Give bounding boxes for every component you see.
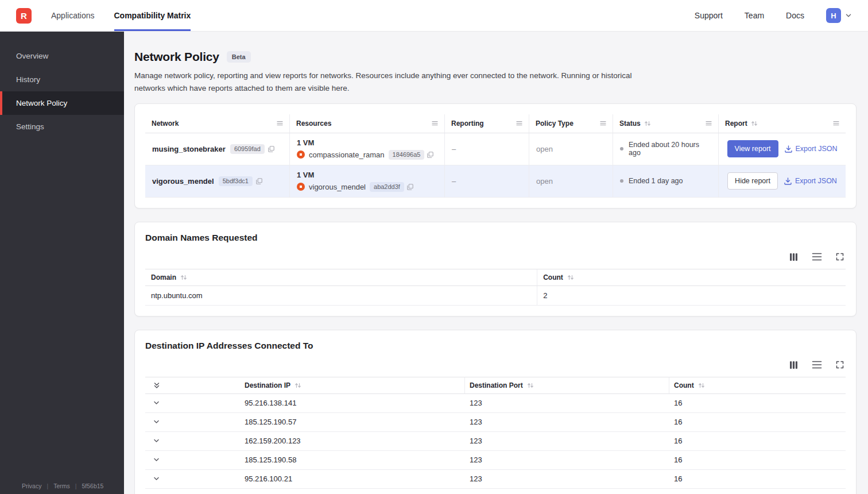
- chevron-down-icon[interactable]: [845, 12, 852, 19]
- sort-icon[interactable]: [180, 274, 187, 281]
- column-header-destination-ip[interactable]: Destination IP: [240, 377, 465, 394]
- chevron-down-icon[interactable]: [153, 399, 160, 407]
- column-menu-icon[interactable]: [276, 119, 284, 127]
- sidebar-footer: Privacy | Terms | 5f56b15: [0, 483, 124, 489]
- column-menu-icon[interactable]: [832, 119, 840, 127]
- destinations-table: Destination IP Destination Port Count 95…: [145, 377, 846, 489]
- row-density-icon[interactable]: [812, 252, 822, 261]
- table-toolbar: [145, 252, 844, 262]
- resources-cell: 1 VM vigorous_mendel aba2dd3f: [290, 165, 445, 198]
- destination-ip-cell: 185.125.190.57: [240, 413, 465, 432]
- sort-icon[interactable]: [527, 382, 534, 389]
- resource-name: vigorous_mendel: [309, 183, 366, 191]
- main-content: Network Policy Beta Manage network polic…: [124, 32, 868, 494]
- chevron-down-icon[interactable]: [153, 418, 160, 426]
- status-cell: Ended 1 day ago: [613, 165, 719, 198]
- status-cell: Ended about 20 hours ago: [613, 133, 719, 165]
- status-text: Ended about 20 hours ago: [629, 141, 711, 157]
- primary-tabs: Applications Compatibility Matrix: [51, 0, 191, 31]
- column-header-count[interactable]: Count: [669, 377, 846, 394]
- sort-icon[interactable]: [698, 382, 705, 389]
- report-cell: View report Export JSON: [719, 133, 846, 165]
- domains-table: Domain Count ntp.ubuntu.com 2: [145, 269, 846, 306]
- copy-icon[interactable]: [427, 151, 434, 159]
- terms-link[interactable]: Terms: [53, 483, 70, 489]
- reporting-cell: –: [445, 133, 529, 165]
- column-header-resources[interactable]: Resources: [290, 114, 445, 133]
- fullscreen-icon[interactable]: [835, 252, 844, 261]
- footer-separator: |: [75, 483, 77, 489]
- destination-port-cell: 123: [465, 470, 669, 489]
- copy-icon[interactable]: [268, 145, 275, 153]
- column-header-reporting[interactable]: Reporting: [445, 114, 529, 133]
- row-expand-cell: [145, 451, 240, 470]
- nav-link-docs[interactable]: Docs: [786, 11, 804, 20]
- sort-icon[interactable]: [751, 120, 758, 127]
- user-menu[interactable]: H: [826, 8, 852, 23]
- network-name: vigorous_mendel: [152, 177, 214, 186]
- report-cell: Hide report Export JSON: [719, 165, 846, 198]
- count-cell: 16: [669, 470, 846, 489]
- network-id-badge: 60959fad: [230, 144, 265, 154]
- count-cell: 2: [537, 286, 846, 306]
- table-toolbar: [145, 360, 844, 370]
- columns-settings-icon[interactable]: [789, 252, 799, 262]
- nav-link-team[interactable]: Team: [745, 11, 764, 20]
- sort-icon[interactable]: [567, 274, 574, 281]
- policy-type-cell: open: [529, 165, 613, 198]
- column-menu-icon[interactable]: [599, 119, 607, 127]
- privacy-link[interactable]: Privacy: [22, 483, 41, 489]
- column-menu-icon[interactable]: [431, 119, 439, 127]
- destination-port-cell: 123: [465, 394, 669, 413]
- hide-report-button[interactable]: Hide report: [727, 172, 778, 190]
- page-description: Manage network policy, reporting and vie…: [134, 70, 645, 95]
- column-header-network[interactable]: Network: [145, 114, 290, 133]
- sidebar-item-settings[interactable]: Settings: [0, 115, 124, 138]
- app-logo[interactable]: R: [16, 8, 32, 24]
- networks-card: Network Resources Reporting Policy Type: [134, 103, 857, 209]
- column-header-report[interactable]: Report: [719, 114, 846, 133]
- beta-badge: Beta: [227, 51, 251, 63]
- view-report-button[interactable]: View report: [727, 140, 778, 157]
- status-dot: [620, 147, 623, 150]
- fullscreen-icon[interactable]: [835, 360, 844, 369]
- column-header-count[interactable]: Count: [537, 269, 846, 286]
- copy-icon[interactable]: [406, 183, 414, 191]
- copy-icon[interactable]: [255, 177, 263, 185]
- chevron-down-icon[interactable]: [153, 475, 160, 483]
- sort-icon[interactable]: [294, 382, 301, 389]
- resource-id-badge: 184696a5: [389, 150, 425, 160]
- column-header-expand-all[interactable]: [145, 377, 240, 394]
- network-cell: musing_stonebraker 60959fad: [145, 133, 290, 165]
- tab-applications[interactable]: Applications: [51, 0, 95, 31]
- column-header-policy-type[interactable]: Policy Type: [529, 114, 613, 133]
- row-density-icon[interactable]: [812, 360, 822, 369]
- sidebar-item-overview[interactable]: Overview: [0, 44, 124, 68]
- chevron-down-icon[interactable]: [153, 456, 160, 464]
- sort-icon[interactable]: [644, 120, 651, 127]
- columns-settings-icon[interactable]: [789, 360, 799, 370]
- resources-cell: 1 VM compassionate_raman 184696a5: [290, 133, 445, 165]
- export-json-link[interactable]: Export JSON: [784, 177, 837, 186]
- chevron-down-icon[interactable]: [153, 437, 160, 445]
- download-icon: [784, 177, 792, 186]
- domains-card: Domain Names Requested Domain Count ntp.…: [134, 222, 857, 317]
- column-menu-icon[interactable]: [516, 119, 523, 127]
- column-header-domain[interactable]: Domain: [145, 269, 537, 286]
- networks-table: Network Resources Reporting Policy Type: [145, 114, 846, 198]
- user-avatar[interactable]: H: [826, 8, 841, 23]
- resource-name: compassionate_raman: [309, 150, 385, 159]
- sidebar-item-network-policy[interactable]: Network Policy: [0, 91, 124, 115]
- column-header-destination-port[interactable]: Destination Port: [465, 377, 669, 394]
- tab-compatibility-matrix[interactable]: Compatibility Matrix: [114, 0, 191, 31]
- sidebar: Overview History Network Policy Settings…: [0, 32, 124, 494]
- count-cell: 16: [669, 432, 846, 451]
- nav-link-support[interactable]: Support: [695, 11, 723, 20]
- column-menu-icon[interactable]: [705, 119, 712, 127]
- column-header-status[interactable]: Status: [613, 114, 719, 133]
- export-json-link[interactable]: Export JSON: [784, 145, 838, 153]
- destination-ip-cell: 95.216.100.21: [240, 470, 465, 489]
- destination-port-cell: 123: [465, 413, 669, 432]
- sidebar-item-history[interactable]: History: [0, 68, 124, 91]
- double-chevron-down-icon[interactable]: [153, 381, 161, 389]
